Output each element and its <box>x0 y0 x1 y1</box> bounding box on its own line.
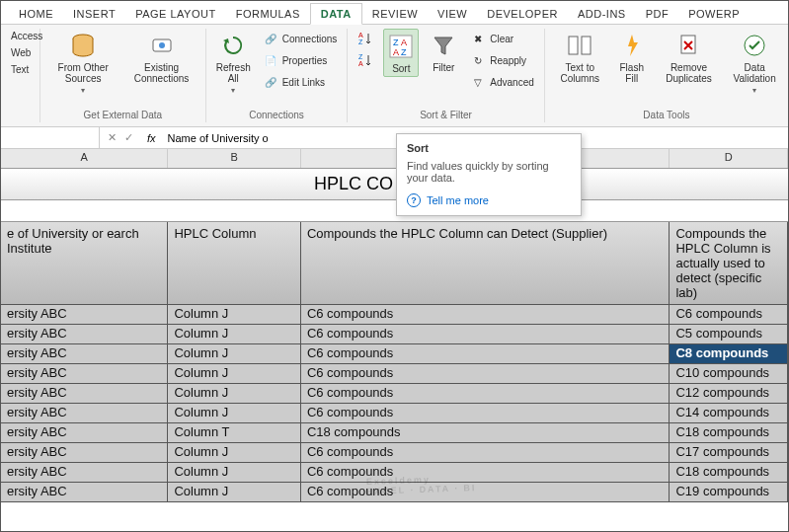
filter-button[interactable]: Filter <box>427 29 460 75</box>
properties-button[interactable]: 📄Properties <box>261 50 340 70</box>
text-to-columns-button[interactable]: Text to Columns <box>553 29 607 86</box>
cell-d[interactable]: C18 compounds <box>670 423 788 442</box>
cell-b[interactable]: Column J <box>168 483 301 501</box>
table-header-row[interactable]: e of University or earch Institute HPLC … <box>1 222 788 305</box>
remove-duplicates-button[interactable]: Remove Duplicates <box>657 29 722 86</box>
tab-formulas[interactable]: FORMULAS <box>226 4 310 24</box>
name-box[interactable] <box>1 127 100 148</box>
cell-a[interactable]: ersity ABC <box>1 443 168 462</box>
cell-c[interactable]: C6 compounds <box>301 305 671 324</box>
cell-b[interactable]: Column J <box>168 443 301 462</box>
col-header-b[interactable]: B <box>168 149 301 168</box>
table-row[interactable]: ersity ABCColumn JC6 compoundsC5 compoun… <box>1 325 788 344</box>
cell-c[interactable]: C6 compounds <box>301 404 671 422</box>
reapply-button[interactable]: ↻Reapply <box>468 50 535 70</box>
from-web-button[interactable]: Web <box>9 45 32 60</box>
table-row[interactable]: ersity ABCColumn JC6 compoundsC17 compou… <box>1 443 788 463</box>
from-access-button[interactable]: Access <box>9 29 32 43</box>
cell-d[interactable]: C6 compounds <box>670 305 788 324</box>
table-row[interactable]: ersity ABCColumn JC6 compoundsC19 compou… <box>1 483 788 502</box>
tab-review[interactable]: REVIEW <box>362 4 428 24</box>
cell-d[interactable]: C18 compounds <box>670 463 788 482</box>
cell-a[interactable]: ersity ABC <box>1 364 168 383</box>
cell-a[interactable]: ersity ABC <box>1 483 168 501</box>
cell-d[interactable]: C14 compounds <box>670 404 788 422</box>
tab-pdf[interactable]: PDF <box>636 4 679 24</box>
accept-formula-button[interactable]: ✓ <box>124 131 133 144</box>
table-row[interactable]: ersity ABCColumn JC6 compoundsC8 compoun… <box>1 344 788 364</box>
tab-page-layout[interactable]: PAGE LAYOUT <box>125 4 226 24</box>
data-validation-button[interactable]: Data Validation▾ <box>729 29 780 97</box>
sort-tooltip: Sort Find values quickly by sorting your… <box>396 133 582 216</box>
table-row[interactable]: ersity ABCColumn JC6 compoundsC14 compou… <box>1 404 788 423</box>
th-d[interactable]: Compounds the HPLC Column is actually us… <box>670 222 788 304</box>
th-a[interactable]: e of University or earch Institute <box>1 222 168 304</box>
th-c[interactable]: Compounds the HPLC Column can Detect (Su… <box>301 222 671 304</box>
cell-d[interactable]: C12 compounds <box>670 384 788 403</box>
cell-b[interactable]: Column J <box>168 364 301 383</box>
cell-c[interactable]: C6 compounds <box>301 344 671 363</box>
cell-d[interactable]: C19 compounds <box>670 483 788 501</box>
spacer-row[interactable] <box>1 200 788 222</box>
cell-b[interactable]: Column T <box>168 423 301 442</box>
cell-c[interactable]: C6 compounds <box>301 325 671 343</box>
cell-a[interactable]: ersity ABC <box>1 463 168 482</box>
fx-icon[interactable]: fx <box>141 132 162 144</box>
tab-view[interactable]: VIEW <box>428 4 477 24</box>
th-b[interactable]: HPLC Column <box>168 222 301 304</box>
cell-b[interactable]: Column J <box>168 305 301 324</box>
tab-addins[interactable]: ADD-INS <box>568 4 636 24</box>
cell-b[interactable]: Column J <box>168 344 301 363</box>
cell-b[interactable]: Column J <box>168 404 301 422</box>
advanced-filter-button[interactable]: ▽Advanced <box>468 72 535 92</box>
table-row[interactable]: ersity ABCColumn JC6 compoundsC18 compou… <box>1 463 788 483</box>
worksheet[interactable]: HPLC CO HE AREA e of University or earch… <box>1 169 788 502</box>
cell-c[interactable]: C6 compounds <box>301 483 671 501</box>
flash-fill-button[interactable]: Flash Fill <box>615 29 649 86</box>
cell-c[interactable]: C6 compounds <box>301 364 671 383</box>
col-header-d[interactable]: D <box>670 149 788 168</box>
cell-a[interactable]: ersity ABC <box>1 423 168 442</box>
sheet-title-row[interactable]: HPLC CO HE AREA <box>1 169 788 200</box>
cell-b[interactable]: Column J <box>168 463 301 482</box>
cell-a[interactable]: ersity ABC <box>1 404 168 422</box>
table-row[interactable]: ersity ABCColumn JC6 compoundsC10 compou… <box>1 364 788 384</box>
cell-c[interactable]: C6 compounds <box>301 384 671 403</box>
from-text-button[interactable]: Text <box>9 62 32 77</box>
tab-insert[interactable]: INSERT <box>63 4 125 24</box>
cell-c[interactable]: C18 compounds <box>301 423 671 442</box>
cell-a[interactable]: ersity ABC <box>1 384 168 403</box>
col-header-a[interactable]: A <box>1 149 168 168</box>
cell-c[interactable]: C6 compounds <box>301 463 671 482</box>
cancel-formula-button[interactable]: ✕ <box>108 131 117 144</box>
tab-developer[interactable]: DEVELOPER <box>477 4 568 24</box>
table-row[interactable]: ersity ABCColumn JC6 compoundsC12 compou… <box>1 384 788 404</box>
existing-connections-button[interactable]: Existing Connections <box>125 29 197 86</box>
from-other-sources-button[interactable]: From Other Sources▾ <box>48 29 118 97</box>
cell-b[interactable]: Column J <box>168 325 301 343</box>
tab-powerp[interactable]: POWERP <box>678 4 750 24</box>
cell-d[interactable]: C10 compounds <box>670 364 788 383</box>
edit-links-button[interactable]: 🔗Edit Links <box>261 72 340 92</box>
cell-a[interactable]: ersity ABC <box>1 305 168 324</box>
table-row[interactable]: ersity ABCColumn JC6 compoundsC6 compoun… <box>1 305 788 325</box>
cell-b[interactable]: Column J <box>168 384 301 403</box>
cell-d[interactable]: C17 compounds <box>670 443 788 462</box>
advanced-icon: ▽ <box>470 74 486 90</box>
sort-asc-button[interactable]: AZ <box>355 29 375 48</box>
sort-desc-button[interactable]: ZA <box>355 50 375 70</box>
tab-data[interactable]: DATA <box>310 3 362 25</box>
svg-text:A: A <box>358 32 363 38</box>
tab-home[interactable]: HOME <box>9 4 63 24</box>
refresh-all-button[interactable]: Refresh All▾ <box>214 29 253 97</box>
cell-a[interactable]: ersity ABC <box>1 344 168 363</box>
cell-d[interactable]: C8 compounds <box>670 344 788 363</box>
clear-filter-button[interactable]: ✖Clear <box>468 29 535 48</box>
cell-d[interactable]: C5 compounds <box>670 325 788 343</box>
tooltip-tell-me-more[interactable]: ? Tell me more <box>407 193 571 207</box>
cell-c[interactable]: C6 compounds <box>301 443 671 462</box>
cell-a[interactable]: ersity ABC <box>1 325 168 343</box>
sort-button[interactable]: ZAAZ Sort <box>383 29 419 77</box>
table-row[interactable]: ersity ABCColumn TC18 compoundsC18 compo… <box>1 423 788 443</box>
connections-button[interactable]: 🔗Connections <box>261 29 340 48</box>
